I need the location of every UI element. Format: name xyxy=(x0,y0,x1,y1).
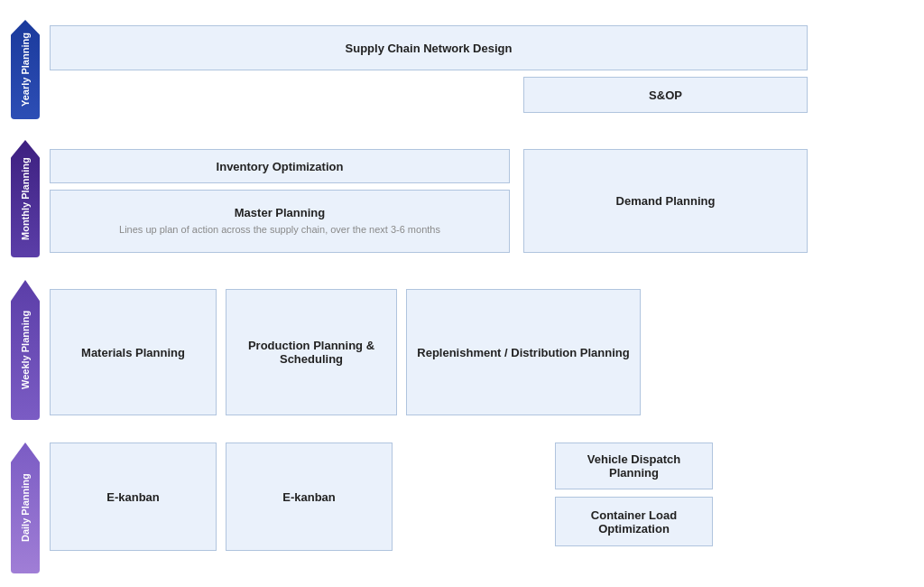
production-planning-label: Production Planning & Scheduling xyxy=(236,339,387,366)
inventory-label: Inventory Optimization xyxy=(217,160,344,173)
replenishment-label: Replenishment / Distribution Planning xyxy=(417,346,629,359)
vehicle-dispatch-box: Vehicle Dispatch Planning xyxy=(555,443,713,489)
materials-planning-label: Materials Planning xyxy=(81,346,185,359)
master-planning-title: Master Planning xyxy=(235,206,325,219)
production-planning-box: Production Planning & Scheduling xyxy=(226,289,397,415)
ekanban2-label: E-kanban xyxy=(282,490,336,504)
container-load-box: Container Load Optimization xyxy=(555,497,713,546)
vehicle-dispatch-label: Vehicle Dispatch Planning xyxy=(565,452,703,480)
ekanban1-box: E-kanban xyxy=(50,443,217,551)
banner-weekly: Weekly Planning xyxy=(11,280,40,420)
demand-planning-label: Demand Planning xyxy=(616,194,716,208)
replenishment-box: Replenishment / Distribution Planning xyxy=(406,289,641,415)
demand-planning-box: Demand Planning xyxy=(523,149,808,253)
banner-monthly: Monthly Planning xyxy=(11,140,40,257)
container-load-label: Container Load Optimization xyxy=(565,508,703,536)
supply-chain-box: Supply Chain Network Design xyxy=(50,25,808,70)
sop-box: S&OP xyxy=(523,77,808,113)
supply-chain-label: Supply Chain Network Design xyxy=(346,42,513,55)
ekanban1-label: E-kanban xyxy=(106,490,160,504)
banner-yearly: Yearly Planning xyxy=(11,20,40,119)
master-planning-subtitle: Lines up plan of action across the suppl… xyxy=(119,223,440,237)
sop-label: S&OP xyxy=(649,89,682,102)
banner-daily: Daily Planning xyxy=(11,443,40,573)
materials-planning-box: Materials Planning xyxy=(50,289,217,415)
diagram-container: Yearly Planning Monthly Planning Weekly … xyxy=(0,0,924,587)
ekanban2-box: E-kanban xyxy=(226,443,393,551)
master-planning-box: Master Planning Lines up plan of action … xyxy=(50,190,510,253)
inventory-box: Inventory Optimization xyxy=(50,149,510,183)
